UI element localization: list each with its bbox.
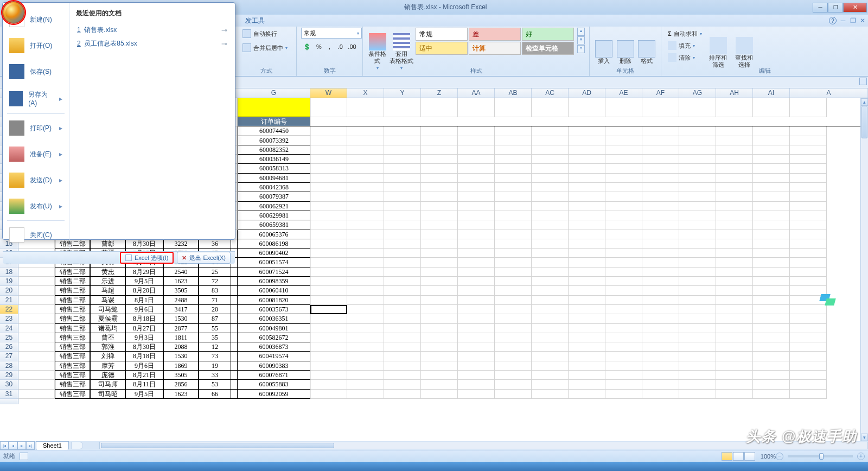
cell[interactable]: 8月29日 bbox=[125, 268, 163, 277]
order-header-cell[interactable]: 订单编号 bbox=[238, 117, 310, 126]
merge-center-button[interactable]: 合并后居中▾ bbox=[240, 42, 292, 54]
cell[interactable]: 马谡 bbox=[90, 296, 125, 305]
rowhead[interactable]: 27 bbox=[0, 352, 18, 361]
vscroll-thumb[interactable] bbox=[861, 106, 867, 138]
cell[interactable]: 600036873 bbox=[238, 342, 310, 352]
cell[interactable]: 53 bbox=[199, 380, 231, 389]
cell[interactable]: 1623 bbox=[163, 390, 199, 399]
cell[interactable]: 销售三部 bbox=[55, 333, 90, 342]
currency-button[interactable]: 💲 bbox=[301, 41, 313, 53]
number-format-combo[interactable]: 常规▾ bbox=[301, 28, 362, 39]
cell[interactable]: 600065376 bbox=[238, 230, 310, 239]
cell[interactable]: 9月6日 bbox=[125, 361, 163, 371]
menu-saveas[interactable]: 另存为(A)▸ bbox=[3, 85, 69, 112]
rowhead[interactable]: 21 bbox=[0, 296, 18, 305]
cell[interactable]: 600060410 bbox=[238, 286, 310, 295]
cell[interactable]: 2856 bbox=[163, 380, 199, 389]
cell[interactable]: 2877 bbox=[163, 324, 199, 333]
cell[interactable]: 8月20日 bbox=[125, 286, 163, 295]
cell[interactable]: 销售三部 bbox=[55, 342, 90, 352]
cell[interactable]: 55 bbox=[199, 324, 231, 333]
style-check-cell[interactable]: 检查单元格 bbox=[522, 42, 574, 55]
colhdr-AA[interactable]: AA bbox=[458, 88, 495, 98]
cell[interactable]: 8月30日 bbox=[125, 342, 163, 352]
colhdr-Z[interactable]: Z bbox=[421, 88, 458, 98]
cell[interactable]: 600062921 bbox=[238, 202, 310, 211]
wrap-text-button[interactable]: 自动换行 bbox=[240, 28, 292, 40]
menu-print[interactable]: 打印(P)▸ bbox=[3, 115, 69, 141]
cell[interactable]: 83 bbox=[199, 286, 231, 295]
zoom-in[interactable]: + bbox=[857, 453, 865, 460]
cell[interactable]: 1530 bbox=[163, 352, 199, 361]
sheet-tab-1[interactable]: Sheet1 bbox=[36, 441, 69, 450]
cell[interactable]: 33 bbox=[199, 371, 231, 380]
colhdr-AF[interactable]: AF bbox=[642, 88, 679, 98]
menu-prepare[interactable]: 准备(E)▸ bbox=[3, 141, 69, 167]
colhdr-AB[interactable]: AB bbox=[495, 88, 532, 98]
cell[interactable]: 1623 bbox=[163, 277, 199, 286]
cell[interactable]: 600090402 bbox=[238, 249, 310, 258]
view-pagebreak[interactable] bbox=[744, 452, 755, 461]
cell[interactable]: 600036149 bbox=[238, 155, 310, 164]
cell[interactable]: 8月18日 bbox=[125, 352, 163, 361]
style-calculation[interactable]: 计算 bbox=[469, 42, 521, 55]
cell[interactable]: 1811 bbox=[163, 333, 199, 342]
cell[interactable]: 600042368 bbox=[238, 183, 310, 192]
ribbon-close-icon[interactable]: ✕ bbox=[859, 17, 866, 24]
cell[interactable]: 73 bbox=[199, 352, 231, 361]
ribbon-restore-icon[interactable]: ❐ bbox=[850, 17, 856, 24]
active-cell[interactable] bbox=[310, 305, 347, 314]
cell[interactable]: 600086198 bbox=[238, 239, 310, 249]
rowhead[interactable]: 28 bbox=[0, 361, 18, 371]
cell[interactable]: 9月5日 bbox=[125, 390, 163, 399]
style-more[interactable]: ▿ bbox=[577, 45, 585, 53]
clear-button[interactable]: 清除▾ bbox=[666, 52, 704, 63]
ribbon-tab-dev[interactable]: 发工具 bbox=[238, 15, 272, 27]
pin-icon[interactable]: ⊸ bbox=[221, 40, 227, 48]
cell[interactable]: 600073392 bbox=[238, 136, 310, 145]
cell[interactable]: 8月11日 bbox=[125, 380, 163, 389]
rowhead[interactable]: 31 bbox=[0, 390, 18, 399]
rowhead[interactable]: 22 bbox=[0, 305, 18, 314]
exit-excel-button[interactable]: ✕退出 Excel(X) bbox=[177, 252, 231, 264]
cell[interactable]: 销售二部 bbox=[55, 305, 90, 314]
cell[interactable]: 曹丕 bbox=[90, 333, 125, 342]
vscroll-up[interactable]: ▴ bbox=[861, 98, 868, 106]
colhdr-AE[interactable]: AE bbox=[605, 88, 642, 98]
comma-button[interactable]: , bbox=[325, 41, 335, 53]
cell[interactable]: 司马懿 bbox=[90, 305, 125, 314]
cell[interactable]: 9月3日 bbox=[125, 333, 163, 342]
colhdr-Y[interactable]: Y bbox=[384, 88, 421, 98]
cell[interactable]: 销售二部 bbox=[55, 324, 90, 333]
cell[interactable]: 600051574 bbox=[238, 258, 310, 267]
cell[interactable]: 12 bbox=[199, 342, 231, 352]
cell[interactable]: 销售三部 bbox=[55, 390, 90, 399]
style-scroll-down[interactable]: ▾ bbox=[577, 36, 585, 44]
cell[interactable]: 销售三部 bbox=[55, 352, 90, 361]
colhdr-G[interactable]: G bbox=[238, 88, 310, 98]
increase-decimal-button[interactable]: .0 bbox=[335, 41, 345, 53]
cell[interactable]: 600090383 bbox=[238, 361, 310, 371]
cell[interactable]: 600079387 bbox=[238, 192, 310, 201]
cell[interactable]: 摩芳 bbox=[90, 361, 125, 371]
sheet-nav[interactable]: |◂◂▸▸| bbox=[0, 441, 35, 450]
colhdr-AC[interactable]: AC bbox=[532, 88, 569, 98]
rowhead[interactable]: 25 bbox=[0, 333, 18, 342]
cell[interactable]: 600094681 bbox=[238, 174, 310, 183]
hscroll-thumb[interactable] bbox=[101, 443, 334, 448]
rowhead[interactable]: 24 bbox=[0, 324, 18, 333]
view-buttons[interactable] bbox=[722, 452, 755, 461]
office-button[interactable] bbox=[2, 1, 25, 24]
cell[interactable]: 销售二部 bbox=[55, 286, 90, 295]
cell[interactable]: 黄忠 bbox=[90, 268, 125, 277]
fill-button[interactable]: 填充▾ bbox=[666, 40, 704, 52]
maximize-button[interactable]: ❐ bbox=[828, 3, 843, 12]
cell[interactable]: 600659381 bbox=[238, 220, 310, 230]
rowhead[interactable]: 26 bbox=[0, 342, 18, 352]
macro-record-icon[interactable] bbox=[20, 453, 28, 460]
cell[interactable]: 600098359 bbox=[238, 277, 310, 286]
cell[interactable]: 销售三部 bbox=[55, 371, 90, 380]
cell[interactable]: 2488 bbox=[163, 296, 199, 305]
cell[interactable]: 600036351 bbox=[238, 314, 310, 323]
cell[interactable]: 25 bbox=[199, 268, 231, 277]
